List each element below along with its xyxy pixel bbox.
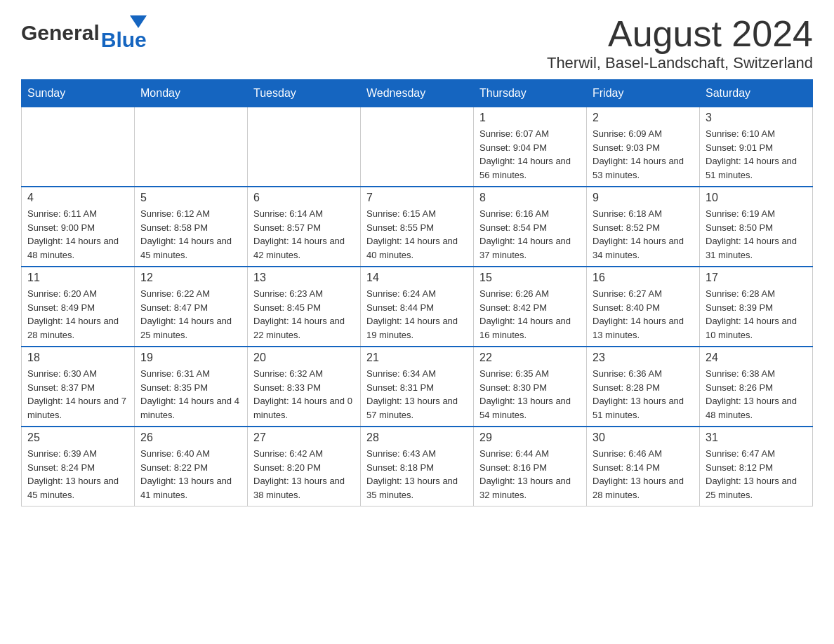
day-info: Sunrise: 6:42 AMSunset: 8:20 PMDaylight:… <box>253 447 355 502</box>
col-friday: Friday <box>587 80 700 107</box>
calendar-cell: 1Sunrise: 6:07 AMSunset: 9:04 PMDaylight… <box>474 107 587 187</box>
day-info: Sunrise: 6:39 AMSunset: 8:24 PMDaylight:… <box>27 447 128 502</box>
title-area: August 2024 Therwil, Basel-Landschaft, S… <box>547 14 813 72</box>
day-info: Sunrise: 6:27 AMSunset: 8:40 PMDaylight:… <box>593 287 694 342</box>
logo-blue-text: Blue <box>101 28 147 52</box>
calendar-cell: 4Sunrise: 6:11 AMSunset: 9:00 PMDaylight… <box>22 187 135 267</box>
day-number: 30 <box>593 431 694 444</box>
calendar-cell: 31Sunrise: 6:47 AMSunset: 8:12 PMDayligh… <box>700 427 813 507</box>
calendar-cell <box>361 107 474 187</box>
day-number: 28 <box>366 431 468 444</box>
day-info: Sunrise: 6:16 AMSunset: 8:54 PMDaylight:… <box>479 207 581 262</box>
day-info: Sunrise: 6:19 AMSunset: 8:50 PMDaylight:… <box>706 207 807 262</box>
day-info: Sunrise: 6:28 AMSunset: 8:39 PMDaylight:… <box>706 287 807 342</box>
day-number: 21 <box>366 351 468 364</box>
day-info: Sunrise: 6:11 AMSunset: 9:00 PMDaylight:… <box>27 207 128 262</box>
day-info: Sunrise: 6:24 AMSunset: 8:44 PMDaylight:… <box>366 287 468 342</box>
day-number: 9 <box>593 192 694 204</box>
page-header: General Blue August 2024 Therwil, Basel-… <box>21 14 813 72</box>
day-number: 19 <box>140 351 241 364</box>
day-info: Sunrise: 6:20 AMSunset: 8:49 PMDaylight:… <box>27 287 128 342</box>
calendar-row-3: 18Sunrise: 6:30 AMSunset: 8:37 PMDayligh… <box>22 347 813 427</box>
calendar-cell: 23Sunrise: 6:36 AMSunset: 8:28 PMDayligh… <box>587 347 700 427</box>
day-info: Sunrise: 6:40 AMSunset: 8:22 PMDaylight:… <box>140 447 241 502</box>
day-number: 4 <box>27 192 128 204</box>
calendar-cell: 13Sunrise: 6:23 AMSunset: 8:45 PMDayligh… <box>248 267 361 347</box>
day-number: 31 <box>706 431 807 444</box>
day-number: 18 <box>27 351 128 364</box>
logo-general-text: General <box>21 21 100 45</box>
calendar-cell <box>135 107 248 187</box>
day-number: 13 <box>253 271 355 284</box>
day-number: 6 <box>253 192 355 204</box>
calendar-cell: 6Sunrise: 6:14 AMSunset: 8:57 PMDaylight… <box>248 187 361 267</box>
day-info: Sunrise: 6:22 AMSunset: 8:47 PMDaylight:… <box>140 287 241 342</box>
col-sunday: Sunday <box>22 80 135 107</box>
calendar-cell: 20Sunrise: 6:32 AMSunset: 8:33 PMDayligh… <box>248 347 361 427</box>
day-number: 17 <box>706 271 807 284</box>
day-info: Sunrise: 6:07 AMSunset: 9:04 PMDaylight:… <box>479 127 581 182</box>
day-number: 24 <box>706 351 807 364</box>
day-info: Sunrise: 6:47 AMSunset: 8:12 PMDaylight:… <box>706 447 807 502</box>
calendar-cell: 8Sunrise: 6:16 AMSunset: 8:54 PMDaylight… <box>474 187 587 267</box>
day-number: 5 <box>140 192 241 204</box>
calendar-row-0: 1Sunrise: 6:07 AMSunset: 9:04 PMDaylight… <box>22 107 813 187</box>
calendar-cell: 3Sunrise: 6:10 AMSunset: 9:01 PMDaylight… <box>700 107 813 187</box>
day-info: Sunrise: 6:14 AMSunset: 8:57 PMDaylight:… <box>253 207 355 262</box>
col-wednesday: Wednesday <box>361 80 474 107</box>
day-info: Sunrise: 6:23 AMSunset: 8:45 PMDaylight:… <box>253 287 355 342</box>
day-info: Sunrise: 6:36 AMSunset: 8:28 PMDaylight:… <box>593 367 694 422</box>
day-info: Sunrise: 6:43 AMSunset: 8:18 PMDaylight:… <box>366 447 468 502</box>
calendar-cell <box>248 107 361 187</box>
calendar-header-row: Sunday Monday Tuesday Wednesday Thursday… <box>22 80 813 107</box>
day-number: 16 <box>593 271 694 284</box>
day-number: 27 <box>253 431 355 444</box>
day-info: Sunrise: 6:38 AMSunset: 8:26 PMDaylight:… <box>706 367 807 422</box>
day-info: Sunrise: 6:35 AMSunset: 8:30 PMDaylight:… <box>479 367 581 422</box>
calendar-cell: 9Sunrise: 6:18 AMSunset: 8:52 PMDaylight… <box>587 187 700 267</box>
calendar-row-4: 25Sunrise: 6:39 AMSunset: 8:24 PMDayligh… <box>22 427 813 507</box>
calendar-cell: 15Sunrise: 6:26 AMSunset: 8:42 PMDayligh… <box>474 267 587 347</box>
calendar-cell: 30Sunrise: 6:46 AMSunset: 8:14 PMDayligh… <box>587 427 700 507</box>
calendar-cell: 26Sunrise: 6:40 AMSunset: 8:22 PMDayligh… <box>135 427 248 507</box>
calendar-cell: 18Sunrise: 6:30 AMSunset: 8:37 PMDayligh… <box>22 347 135 427</box>
day-number: 12 <box>140 271 241 284</box>
day-info: Sunrise: 6:34 AMSunset: 8:31 PMDaylight:… <box>366 367 468 422</box>
day-number: 22 <box>479 351 581 364</box>
day-info: Sunrise: 6:18 AMSunset: 8:52 PMDaylight:… <box>593 207 694 262</box>
day-number: 25 <box>27 431 128 444</box>
day-info: Sunrise: 6:09 AMSunset: 9:03 PMDaylight:… <box>593 127 694 182</box>
day-info: Sunrise: 6:44 AMSunset: 8:16 PMDaylight:… <box>479 447 581 502</box>
day-number: 14 <box>366 271 468 284</box>
logo-arrow-icon <box>130 15 147 28</box>
calendar-cell: 19Sunrise: 6:31 AMSunset: 8:35 PMDayligh… <box>135 347 248 427</box>
col-saturday: Saturday <box>700 80 813 107</box>
day-info: Sunrise: 6:32 AMSunset: 8:33 PMDaylight:… <box>253 367 355 422</box>
logo-right: Blue <box>101 14 147 52</box>
day-number: 10 <box>706 192 807 204</box>
day-number: 1 <box>479 112 581 124</box>
day-number: 7 <box>366 192 468 204</box>
day-number: 2 <box>593 112 694 124</box>
day-number: 23 <box>593 351 694 364</box>
day-number: 11 <box>27 271 128 284</box>
day-info: Sunrise: 6:10 AMSunset: 9:01 PMDaylight:… <box>706 127 807 182</box>
calendar-cell: 10Sunrise: 6:19 AMSunset: 8:50 PMDayligh… <box>700 187 813 267</box>
calendar-row-1: 4Sunrise: 6:11 AMSunset: 9:00 PMDaylight… <box>22 187 813 267</box>
calendar-cell: 14Sunrise: 6:24 AMSunset: 8:44 PMDayligh… <box>361 267 474 347</box>
logo: General Blue <box>21 14 147 52</box>
calendar-cell: 12Sunrise: 6:22 AMSunset: 8:47 PMDayligh… <box>135 267 248 347</box>
day-number: 29 <box>479 431 581 444</box>
day-info: Sunrise: 6:30 AMSunset: 8:37 PMDaylight:… <box>27 367 128 422</box>
calendar-cell: 7Sunrise: 6:15 AMSunset: 8:55 PMDaylight… <box>361 187 474 267</box>
calendar-cell: 25Sunrise: 6:39 AMSunset: 8:24 PMDayligh… <box>22 427 135 507</box>
calendar-cell: 2Sunrise: 6:09 AMSunset: 9:03 PMDaylight… <box>587 107 700 187</box>
col-tuesday: Tuesday <box>248 80 361 107</box>
col-thursday: Thursday <box>474 80 587 107</box>
calendar-cell <box>22 107 135 187</box>
calendar-row-2: 11Sunrise: 6:20 AMSunset: 8:49 PMDayligh… <box>22 267 813 347</box>
day-info: Sunrise: 6:46 AMSunset: 8:14 PMDaylight:… <box>593 447 694 502</box>
calendar-cell: 17Sunrise: 6:28 AMSunset: 8:39 PMDayligh… <box>700 267 813 347</box>
month-title: August 2024 <box>547 14 813 54</box>
calendar-cell: 22Sunrise: 6:35 AMSunset: 8:30 PMDayligh… <box>474 347 587 427</box>
